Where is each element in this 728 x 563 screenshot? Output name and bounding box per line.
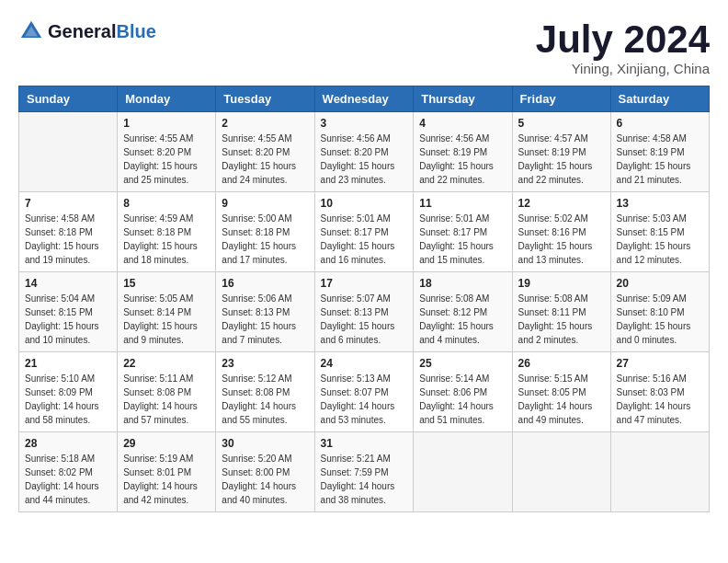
calendar-cell: 27Sunrise: 5:16 AM Sunset: 8:03 PM Dayli… xyxy=(610,352,709,432)
day-number: 8 xyxy=(123,197,210,210)
calendar-cell xyxy=(19,112,118,192)
day-number: 3 xyxy=(321,117,408,130)
day-info: Sunrise: 5:00 AM Sunset: 8:18 PM Dayligh… xyxy=(222,212,308,267)
calendar-cell: 11Sunrise: 5:01 AM Sunset: 8:17 PM Dayli… xyxy=(414,192,512,272)
logo: GeneralBlue xyxy=(18,18,156,44)
calendar-cell xyxy=(414,432,512,512)
day-number: 17 xyxy=(321,277,408,290)
day-number: 16 xyxy=(222,277,308,290)
day-info: Sunrise: 4:57 AM Sunset: 8:19 PM Dayligh… xyxy=(518,132,605,187)
calendar-cell: 8Sunrise: 4:59 AM Sunset: 8:18 PM Daylig… xyxy=(118,192,216,272)
title-block: July 2024 Yining, Xinjiang, China xyxy=(536,18,710,76)
calendar-cell: 6Sunrise: 4:58 AM Sunset: 8:19 PM Daylig… xyxy=(610,112,709,192)
calendar-cell: 3Sunrise: 4:56 AM Sunset: 8:20 PM Daylig… xyxy=(314,112,414,192)
day-info: Sunrise: 5:21 AM Sunset: 7:59 PM Dayligh… xyxy=(321,452,408,507)
weekday-header-saturday: Saturday xyxy=(610,86,709,112)
day-info: Sunrise: 5:02 AM Sunset: 8:16 PM Dayligh… xyxy=(518,212,605,267)
weekday-header-sunday: Sunday xyxy=(19,86,118,112)
calendar-cell: 13Sunrise: 5:03 AM Sunset: 8:15 PM Dayli… xyxy=(610,192,709,272)
day-info: Sunrise: 5:12 AM Sunset: 8:08 PM Dayligh… xyxy=(222,372,308,427)
calendar-cell: 31Sunrise: 5:21 AM Sunset: 7:59 PM Dayli… xyxy=(314,432,414,512)
calendar-cell: 28Sunrise: 5:18 AM Sunset: 8:02 PM Dayli… xyxy=(19,432,118,512)
calendar-cell: 22Sunrise: 5:11 AM Sunset: 8:08 PM Dayli… xyxy=(118,352,216,432)
day-number: 14 xyxy=(25,277,111,290)
calendar-cell: 7Sunrise: 4:58 AM Sunset: 8:18 PM Daylig… xyxy=(19,192,118,272)
calendar-cell: 5Sunrise: 4:57 AM Sunset: 8:19 PM Daylig… xyxy=(512,112,610,192)
day-number: 5 xyxy=(518,117,605,130)
calendar-cell: 4Sunrise: 4:56 AM Sunset: 8:19 PM Daylig… xyxy=(414,112,512,192)
calendar-cell: 14Sunrise: 5:04 AM Sunset: 8:15 PM Dayli… xyxy=(19,272,118,352)
calendar-week-row: 7Sunrise: 4:58 AM Sunset: 8:18 PM Daylig… xyxy=(19,192,710,272)
logo-icon xyxy=(18,18,44,44)
day-info: Sunrise: 5:08 AM Sunset: 8:12 PM Dayligh… xyxy=(419,292,506,347)
calendar-cell: 25Sunrise: 5:14 AM Sunset: 8:06 PM Dayli… xyxy=(414,352,512,432)
day-info: Sunrise: 4:58 AM Sunset: 8:19 PM Dayligh… xyxy=(617,132,703,187)
day-number: 25 xyxy=(419,357,506,370)
calendar-cell: 26Sunrise: 5:15 AM Sunset: 8:05 PM Dayli… xyxy=(512,352,610,432)
day-info: Sunrise: 5:18 AM Sunset: 8:02 PM Dayligh… xyxy=(25,452,111,507)
day-number: 1 xyxy=(123,117,210,130)
calendar-cell xyxy=(512,432,610,512)
calendar-cell: 1Sunrise: 4:55 AM Sunset: 8:20 PM Daylig… xyxy=(118,112,216,192)
day-number: 31 xyxy=(321,437,408,450)
calendar-cell: 24Sunrise: 5:13 AM Sunset: 8:07 PM Dayli… xyxy=(314,352,414,432)
calendar-cell: 9Sunrise: 5:00 AM Sunset: 8:18 PM Daylig… xyxy=(216,192,314,272)
day-number: 30 xyxy=(222,437,308,450)
logo-blue-text: Blue xyxy=(116,21,155,41)
calendar-cell: 10Sunrise: 5:01 AM Sunset: 8:17 PM Dayli… xyxy=(314,192,414,272)
day-info: Sunrise: 5:14 AM Sunset: 8:06 PM Dayligh… xyxy=(419,372,506,427)
day-info: Sunrise: 4:56 AM Sunset: 8:20 PM Dayligh… xyxy=(321,132,408,187)
calendar-cell: 17Sunrise: 5:07 AM Sunset: 8:13 PM Dayli… xyxy=(314,272,414,352)
day-number: 22 xyxy=(123,357,210,370)
calendar-cell: 15Sunrise: 5:05 AM Sunset: 8:14 PM Dayli… xyxy=(118,272,216,352)
calendar-week-row: 1Sunrise: 4:55 AM Sunset: 8:20 PM Daylig… xyxy=(19,112,710,192)
weekday-header-tuesday: Tuesday xyxy=(216,86,314,112)
calendar-cell: 12Sunrise: 5:02 AM Sunset: 8:16 PM Dayli… xyxy=(512,192,610,272)
day-info: Sunrise: 5:19 AM Sunset: 8:01 PM Dayligh… xyxy=(123,452,210,507)
weekday-header-wednesday: Wednesday xyxy=(314,86,414,112)
page-header: GeneralBlue July 2024 Yining, Xinjiang, … xyxy=(18,18,710,76)
day-info: Sunrise: 5:20 AM Sunset: 8:00 PM Dayligh… xyxy=(222,452,308,507)
calendar-cell xyxy=(610,432,709,512)
day-info: Sunrise: 5:05 AM Sunset: 8:14 PM Dayligh… xyxy=(123,292,210,347)
calendar-cell: 2Sunrise: 4:55 AM Sunset: 8:20 PM Daylig… xyxy=(216,112,314,192)
calendar-cell: 20Sunrise: 5:09 AM Sunset: 8:10 PM Dayli… xyxy=(610,272,709,352)
day-number: 21 xyxy=(25,357,111,370)
day-info: Sunrise: 5:08 AM Sunset: 8:11 PM Dayligh… xyxy=(518,292,605,347)
day-number: 15 xyxy=(123,277,210,290)
weekday-header-friday: Friday xyxy=(512,86,610,112)
day-info: Sunrise: 5:11 AM Sunset: 8:08 PM Dayligh… xyxy=(123,372,210,427)
day-number: 23 xyxy=(222,357,308,370)
day-info: Sunrise: 5:13 AM Sunset: 8:07 PM Dayligh… xyxy=(321,372,408,427)
location-text: Yining, Xinjiang, China xyxy=(536,61,710,76)
day-number: 9 xyxy=(222,197,308,210)
day-info: Sunrise: 5:01 AM Sunset: 8:17 PM Dayligh… xyxy=(321,212,408,267)
calendar-cell: 21Sunrise: 5:10 AM Sunset: 8:09 PM Dayli… xyxy=(19,352,118,432)
day-info: Sunrise: 4:58 AM Sunset: 8:18 PM Dayligh… xyxy=(25,212,111,267)
calendar-cell: 18Sunrise: 5:08 AM Sunset: 8:12 PM Dayli… xyxy=(414,272,512,352)
day-info: Sunrise: 5:06 AM Sunset: 8:13 PM Dayligh… xyxy=(222,292,308,347)
logo-general-text: General xyxy=(48,21,116,41)
day-info: Sunrise: 5:01 AM Sunset: 8:17 PM Dayligh… xyxy=(419,212,506,267)
calendar-cell: 29Sunrise: 5:19 AM Sunset: 8:01 PM Dayli… xyxy=(118,432,216,512)
day-info: Sunrise: 5:04 AM Sunset: 8:15 PM Dayligh… xyxy=(25,292,111,347)
calendar-table: SundayMondayTuesdayWednesdayThursdayFrid… xyxy=(18,86,710,512)
day-number: 29 xyxy=(123,437,210,450)
day-number: 2 xyxy=(222,117,308,130)
month-title: July 2024 xyxy=(536,18,710,61)
day-info: Sunrise: 4:56 AM Sunset: 8:19 PM Dayligh… xyxy=(419,132,506,187)
day-number: 10 xyxy=(321,197,408,210)
weekday-header-row: SundayMondayTuesdayWednesdayThursdayFrid… xyxy=(19,86,710,112)
calendar-week-row: 14Sunrise: 5:04 AM Sunset: 8:15 PM Dayli… xyxy=(19,272,710,352)
day-info: Sunrise: 4:55 AM Sunset: 8:20 PM Dayligh… xyxy=(123,132,210,187)
day-number: 4 xyxy=(419,117,506,130)
day-info: Sunrise: 5:16 AM Sunset: 8:03 PM Dayligh… xyxy=(617,372,703,427)
day-info: Sunrise: 5:09 AM Sunset: 8:10 PM Dayligh… xyxy=(617,292,703,347)
day-info: Sunrise: 4:59 AM Sunset: 8:18 PM Dayligh… xyxy=(123,212,210,267)
weekday-header-monday: Monday xyxy=(118,86,216,112)
calendar-cell: 16Sunrise: 5:06 AM Sunset: 8:13 PM Dayli… xyxy=(216,272,314,352)
calendar-week-row: 21Sunrise: 5:10 AM Sunset: 8:09 PM Dayli… xyxy=(19,352,710,432)
day-number: 19 xyxy=(518,277,605,290)
day-info: Sunrise: 4:55 AM Sunset: 8:20 PM Dayligh… xyxy=(222,132,308,187)
day-info: Sunrise: 5:15 AM Sunset: 8:05 PM Dayligh… xyxy=(518,372,605,427)
